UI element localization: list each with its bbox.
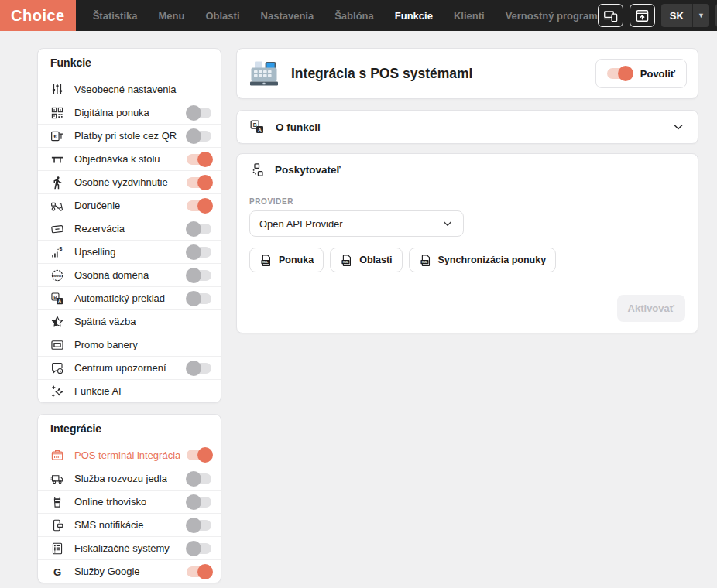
toggle[interactable] xyxy=(187,247,211,258)
toggle[interactable] xyxy=(187,270,211,281)
qr-menu-icon xyxy=(50,106,64,120)
sidebar-item-spatna-vazba[interactable]: Spätná väzba xyxy=(38,309,221,333)
toggle[interactable] xyxy=(187,154,211,165)
enable-feature-button[interactable]: Povoliť xyxy=(595,59,687,88)
reservation-icon xyxy=(50,222,64,236)
sidebar-item-osobna-domena[interactable]: Osobná doména xyxy=(38,263,221,286)
toggle[interactable] xyxy=(187,224,211,234)
www-domain-icon xyxy=(50,268,64,282)
toggle[interactable] xyxy=(187,543,211,554)
sidebar-item-centrum-upozorneni[interactable]: Centrum upozornení xyxy=(38,356,221,379)
chevron-down-icon xyxy=(441,217,454,230)
upsell-chart-icon xyxy=(50,245,64,259)
pos-window-button[interactable] xyxy=(630,4,655,27)
provider-section: Poskytovateľ PROVIDER Open API Provider … xyxy=(236,153,698,333)
walk-pickup-icon xyxy=(50,176,64,190)
provider-body: PROVIDER Open API Provider Ponuka Oblast… xyxy=(237,186,698,333)
toggle[interactable] xyxy=(187,497,211,508)
provider-select[interactable]: Open API Provider xyxy=(249,210,464,237)
sidebar-item-funkcie-ai[interactable]: Funkcie AI xyxy=(38,379,221,402)
chevron-down-icon[interactable] xyxy=(671,120,685,134)
sidebar-item-osobne-vyzdvihnutie[interactable]: Osobné vyzdvihnutie xyxy=(38,170,221,193)
nav-item-statistika[interactable]: Štatistika xyxy=(93,10,138,22)
topbar-actions: SK ▼ Blue gastro xyxy=(598,4,717,27)
provider-select-value: Open API Provider xyxy=(259,218,343,230)
sidebar-item-promo-banery[interactable]: Promo banery xyxy=(38,333,221,356)
toggle[interactable] xyxy=(187,200,211,211)
toggle[interactable] xyxy=(187,131,211,142)
toggle[interactable] xyxy=(187,363,211,374)
integrations-list: POS terminál integrácia Služba rozvozu j… xyxy=(38,443,221,583)
app-logo[interactable]: Choice xyxy=(0,0,76,31)
sidebar-item-sluzba-rozvozu-jedla[interactable]: Služba rozvozu jedla xyxy=(38,467,221,490)
nav-item-oblasti[interactable]: Oblasti xyxy=(205,10,239,22)
nav-item-menu[interactable]: Menu xyxy=(159,10,185,22)
provider-footer: Aktivovať xyxy=(249,285,685,333)
provider-action-button-oblasti[interactable]: Oblasti xyxy=(330,248,402,272)
page-content: Funkcie Všeobecné nastavenia Digitálna p… xyxy=(0,31,717,588)
xml-file-icon xyxy=(340,254,353,267)
tune-icon xyxy=(50,82,64,96)
sidebar-item-rezervacia[interactable]: Rezervácia xyxy=(38,217,221,240)
nav-item-klienti[interactable]: Klienti xyxy=(454,10,485,22)
provider-action-button-ponuka[interactable]: Ponuka xyxy=(249,248,324,272)
nav-item-vernostny-program[interactable]: Vernostný program xyxy=(506,10,598,22)
nav-item-sablona[interactable]: Šablóna xyxy=(334,10,374,22)
about-title: O funkcii xyxy=(276,121,321,133)
provider-field-label: PROVIDER xyxy=(249,197,685,206)
toggle[interactable] xyxy=(187,473,211,484)
sidebar-item-sluzby-google[interactable]: Služby Google xyxy=(38,559,221,583)
sidebar-item-automaticky-preklad[interactable]: Automatický preklad xyxy=(38,286,221,309)
nav-item-nastavenia[interactable]: Nastavenia xyxy=(261,10,314,22)
sidebar-item-vseobecne-nastavenia[interactable]: Všeobecné nastavenia xyxy=(38,77,221,101)
integrations-card-header: Integrácie xyxy=(38,415,221,443)
sidebar-item-pos-terminal-integracia[interactable]: POS terminál integrácia xyxy=(38,443,221,467)
xml-file-icon xyxy=(259,254,273,267)
toggle[interactable] xyxy=(187,108,211,118)
about-section[interactable]: O funkcii xyxy=(236,110,698,144)
promo-banner-icon xyxy=(50,338,64,352)
main-panel: Integrácia s POS systémami Povoliť O fun… xyxy=(236,48,698,333)
features-list: Všeobecné nastavenia Digitálna ponuka Pl… xyxy=(38,77,221,402)
toggle[interactable] xyxy=(187,566,211,577)
pos-window-icon xyxy=(635,9,650,23)
features-card: Funkcie Všeobecné nastavenia Digitálna p… xyxy=(37,48,221,403)
notification-center-icon xyxy=(50,361,64,375)
feedback-star-icon xyxy=(50,315,64,329)
xml-file-icon xyxy=(419,254,432,267)
toggle[interactable] xyxy=(187,520,211,531)
toggle[interactable] xyxy=(187,177,211,188)
toggle[interactable] xyxy=(187,450,211,460)
nav-item-funkcie[interactable]: Funkcie xyxy=(395,10,433,22)
google-icon xyxy=(50,565,64,579)
sidebar-item-objednavka-k-stolu[interactable]: Objednávka k stolu xyxy=(38,147,221,170)
sms-icon xyxy=(50,518,64,532)
workflow-icon xyxy=(249,162,264,177)
topbar: Choice ŠtatistikaMenuOblastiNastaveniaŠa… xyxy=(0,0,717,31)
activate-button[interactable]: Aktivovať xyxy=(617,295,685,322)
toggle[interactable] xyxy=(187,293,211,304)
ai-sparkles-icon xyxy=(50,385,64,398)
provider-title: Poskytovateľ xyxy=(275,164,341,176)
fiscal-receipt-icon xyxy=(50,542,64,556)
sidebar-item-fiskalizacne-systemy[interactable]: Fiskalizačné systémy xyxy=(38,536,221,559)
integrations-card: Integrácie POS terminál integrácia Služb… xyxy=(37,414,221,583)
sidebar-item-platby-pri-stole-cez-qr[interactable]: Platby pri stole cez QR xyxy=(38,124,221,147)
provider-header: Poskytovateľ xyxy=(237,154,698,186)
devices-button[interactable] xyxy=(598,4,623,27)
main-nav: ŠtatistikaMenuOblastiNastaveniaŠablónaFu… xyxy=(93,10,598,22)
sidebar-item-upselling[interactable]: Upselling xyxy=(38,240,221,263)
provider-action-button-synchronizacia-ponuky[interactable]: Synchronizácia ponuky xyxy=(409,248,557,272)
provider-actions: Ponuka Oblasti Synchronizácia ponuky xyxy=(249,248,685,272)
caret-down-icon[interactable]: ▼ xyxy=(693,4,709,27)
language-selector[interactable]: SK ▼ xyxy=(661,4,709,27)
sidebar-item-online-trhovisko[interactable]: Online trhovisko xyxy=(38,490,221,513)
sidebar-item-digitalna-ponuka[interactable]: Digitálna ponuka xyxy=(38,101,221,124)
enable-toggle[interactable] xyxy=(607,68,632,79)
sidebar-item-dorucenie[interactable]: Doručenie xyxy=(38,193,221,217)
sidebar-item-sms-notifikacie[interactable]: SMS notifikácie xyxy=(38,513,221,536)
feature-header-card: Integrácia s POS systémami Povoliť xyxy=(236,48,698,99)
table-order-icon xyxy=(50,152,64,166)
cash-register-icon xyxy=(249,60,279,87)
features-title: Funkcie xyxy=(50,56,208,69)
